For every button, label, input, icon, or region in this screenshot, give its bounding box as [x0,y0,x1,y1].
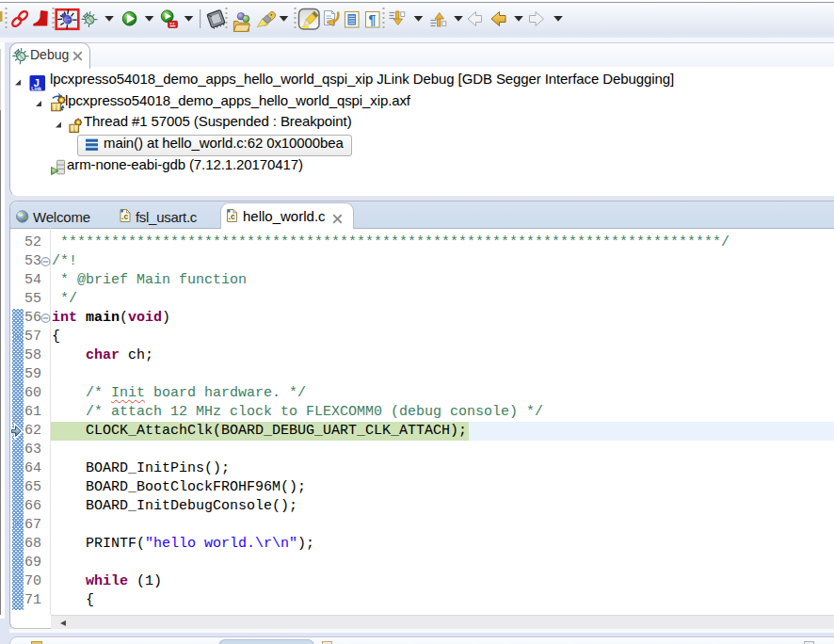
svg-text:¶: ¶ [369,12,377,27]
svg-text:.c: .c [229,212,235,221]
svg-text:Link: Link [31,86,41,91]
svg-text:.c: .c [121,212,128,221]
